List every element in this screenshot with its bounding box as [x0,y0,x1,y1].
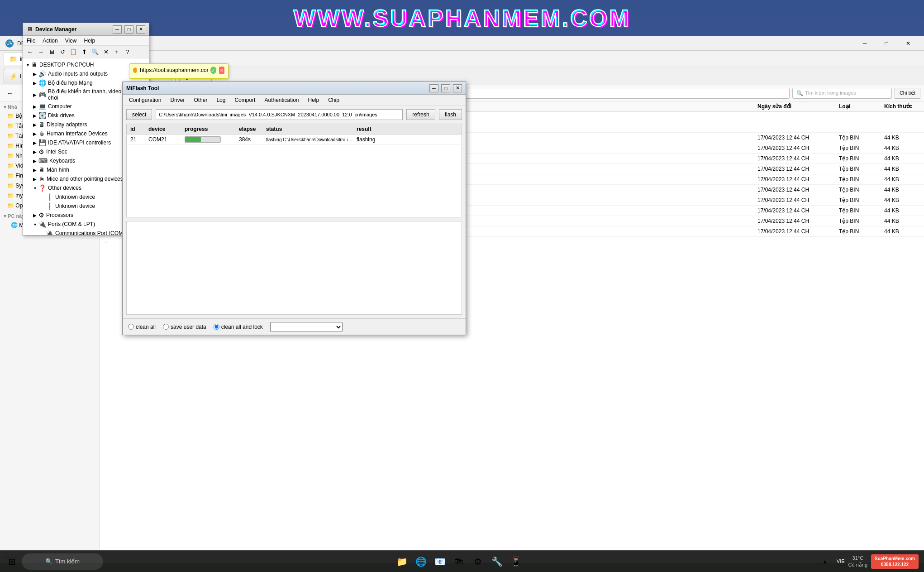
dm-tool-delete[interactable]: ✕ [101,47,111,57]
close-button[interactable]: ✕ [898,36,919,51]
dm-menubar: File Action View Help [23,36,149,46]
option-clean-all[interactable]: clean all [128,324,156,330]
fw-menu-configuration[interactable]: Configuration [124,96,166,104]
dm-maximize-button[interactable]: □ [124,25,133,34]
taskbar-weather: 31°C Có nắng [848,555,867,568]
url-warning-icon [133,67,137,73]
flash-options-dropdown[interactable] [270,322,343,332]
watermark-text: WWW.SUAPHANMEM.COM [293,5,630,32]
taskbar-settings[interactable]: ⚙ [470,553,486,570]
fw-close-button[interactable]: ✕ [453,84,462,92]
flash-tool-window: MiFlash Tool ─ □ ✕ Configuration Driver … [122,82,466,335]
fw-menu-chip[interactable]: Chip [324,96,344,104]
taskbar-right: ▲ VIE 31°C Có nắng SuaPhanMem.com 0358.1… [811,553,924,570]
dm-tool-forward[interactable]: → [36,47,46,57]
row-device: COM21 [148,136,185,143]
fw-menu-help[interactable]: Help [304,96,324,104]
url-go-button[interactable]: ✓ [210,67,216,74]
search-icon: 🔍 [45,558,52,565]
fw-table: id device progress elapse status result … [126,124,462,217]
dm-tool-computer[interactable]: 🖥 [47,47,57,57]
minimize-button[interactable]: ─ [854,36,875,51]
fw-table-row-1[interactable]: 21 COM21 384s flashing C:\Users\khanh\Do… [127,135,462,145]
dm-tool-scan[interactable]: 🔍 [90,47,100,57]
tray-arrow[interactable]: ▲ [817,553,833,570]
row-result: flashing [357,136,411,143]
row-status: flashing C:\Users\khanh\Downloads\lmi_im… [266,137,357,142]
taskbar-app1[interactable]: 🔧 [489,553,505,570]
select-button[interactable]: select [126,109,152,120]
dm-tool-properties[interactable]: 📋 [68,47,78,57]
fw-maximize-button[interactable]: □ [441,84,450,92]
back-button[interactable]: ← [4,87,16,100]
dm-root-label: DESKTOP-PNCPCUH [39,62,94,68]
fw-minimize-button[interactable]: ─ [429,84,438,92]
url-close-button[interactable]: ✕ [219,67,224,74]
fw-titlebar: MiFlash Tool ─ □ ✕ [123,82,466,95]
taskbar-center: 📁 🌐 📧 🛍 ⚙ 🔧 📱 [107,553,811,570]
fw-log-area [126,221,462,315]
option-clean-all-lock[interactable]: clean all and lock [214,324,263,330]
fw-content: select refresh flash id device progress … [123,106,466,318]
search-button[interactable]: 🔍 Tìm kiếm [22,553,103,570]
fw-menu-other[interactable]: Other [189,96,212,104]
taskbar-mail[interactable]: 📧 [432,553,448,570]
flash-button[interactable]: flash [439,109,462,120]
fw-menu-log[interactable]: Log [212,96,230,104]
fw-title: MiFlash Tool [126,85,427,91]
suaphanmem-badge[interactable]: SuaPhanMem.com 0358.122.122 [871,554,919,569]
dm-tool-add[interactable]: + [112,47,122,57]
fw-footer: clean all save user data clean all and l… [123,318,466,335]
dm-toolbar: ← → 🖥 ↺ 📋 ⬆ 🔍 ✕ + ? [23,46,149,58]
progress-bar [185,136,221,143]
dm-menu-view[interactable]: View [62,37,81,45]
maximize-button[interactable]: □ [876,36,897,51]
url-input[interactable] [140,67,208,73]
fw-menu-comport[interactable]: Comport [230,96,260,104]
search-icon: 🔍 [796,90,803,96]
taskbar-app2[interactable]: 📱 [508,553,524,570]
fw-table-header: id device progress elapse status result [127,124,462,135]
start-button[interactable]: ⊞ [4,553,20,570]
dm-menu-action[interactable]: Action [39,37,61,45]
fw-menu-authentication[interactable]: Authentication [260,96,303,104]
dm-titlebar: 🖥 Device Manager ─ □ ✕ [23,23,149,36]
path-input[interactable] [156,109,403,120]
taskbar-lang: VIE [837,558,845,565]
taskbar-explorer[interactable]: 📁 [394,553,410,570]
taskbar-left: ⊞ 🔍 Tìm kiếm [0,553,107,570]
dm-minimize-button[interactable]: ─ [113,25,122,34]
search-label: Tìm kiếm [55,558,80,565]
dm-tool-help[interactable]: ? [123,47,133,57]
fw-path-row: select refresh flash [126,109,462,120]
progress-fill [185,137,201,142]
detail-button[interactable]: Chi tiết [895,88,920,99]
fw-menubar: Configuration Driver Other Log Comport A… [123,95,466,106]
row-elapse: 384s [239,136,266,143]
ultraviewer-icon: UV [5,39,14,48]
taskbar: ⊞ 🔍 Tìm kiếm 📁 🌐 📧 🛍 ⚙ 🔧 📱 ▲ VIE 31°C Có… [0,550,924,572]
dm-menu-file[interactable]: File [23,37,39,45]
refresh-button[interactable]: refresh [406,109,435,120]
dm-menu-help[interactable]: Help [81,37,99,45]
dm-tool-update[interactable]: ⬆ [79,47,89,57]
fw-menu-driver[interactable]: Driver [166,96,189,104]
window-controls: ─ □ ✕ [854,36,919,51]
option-save-user[interactable]: save user data [163,324,206,330]
taskbar-store[interactable]: 🛍 [451,553,467,570]
dm-tool-back[interactable]: ← [25,47,35,57]
dm-title: Device Manager [35,26,110,33]
url-popup: ✓ ✕ [129,63,229,79]
taskbar-chrome[interactable]: 🌐 [413,553,429,570]
dm-close-button[interactable]: ✕ [136,25,145,34]
dm-tool-refresh[interactable]: ↺ [57,47,67,57]
url-popup-bar: ✓ ✕ [133,67,224,74]
search-box[interactable]: 🔍 Tìm kiếm trong images [792,88,892,99]
row-id: 21 [130,136,148,143]
